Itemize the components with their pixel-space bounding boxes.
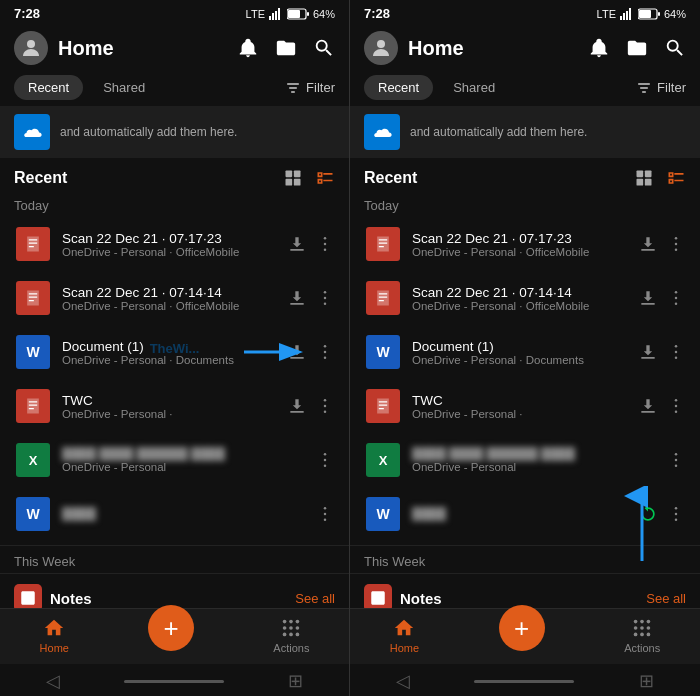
file-actions-1-right	[638, 234, 686, 254]
actions-nav-icon-right	[631, 617, 653, 639]
download-icon-1-left[interactable]	[287, 234, 307, 254]
avatar-right[interactable]	[364, 31, 398, 65]
tab-shared-right[interactable]: Shared	[439, 75, 509, 100]
more-icon-5-right[interactable]	[666, 450, 686, 470]
nav-actions-left[interactable]: Actions	[273, 617, 309, 654]
svg-point-70	[640, 620, 644, 624]
svg-point-26	[324, 465, 327, 468]
download-icon-1-right[interactable]	[638, 234, 658, 254]
file-item-1-right[interactable]: Scan 22 Dec 21 · 07·17·23 OneDrive - Per…	[350, 217, 700, 271]
svg-point-18	[324, 345, 327, 348]
file-item-3-left[interactable]: W Document (1) OneDrive - Personal · Doc…	[0, 325, 349, 379]
fab-right[interactable]: +	[499, 605, 545, 651]
search-icon-left[interactable]	[313, 37, 335, 59]
file-item-4-left[interactable]: TWC OneDrive - Personal ·	[0, 379, 349, 433]
file-item-6-right[interactable]: W ████	[350, 487, 700, 541]
folder-icon-right[interactable]	[626, 37, 648, 59]
status-bar-right: 7:28 LTE 64%	[350, 0, 700, 25]
file-item-2-left[interactable]: Scan 22 Dec 21 · 07·14·14 OneDrive - Per…	[0, 271, 349, 325]
file-actions-4-left	[287, 396, 335, 416]
more-icon-1-left[interactable]	[315, 234, 335, 254]
svg-point-32	[296, 620, 300, 624]
battery-label-right: 64%	[664, 8, 686, 20]
download-icon-4-left[interactable]	[287, 396, 307, 416]
svg-point-72	[634, 626, 638, 630]
file-meta-1-right: OneDrive - Personal · OfficeMobile	[412, 246, 628, 258]
more-icon-2-left[interactable]	[315, 288, 335, 308]
section-view-icons-left	[283, 168, 335, 188]
svg-point-35	[296, 626, 300, 630]
svg-rect-8	[286, 171, 293, 178]
filter-label-right: Filter	[657, 80, 686, 95]
nav-actions-right[interactable]: Actions	[624, 617, 660, 654]
svg-point-37	[290, 633, 294, 637]
svg-point-51	[675, 237, 678, 240]
more-icon-4-left[interactable]	[315, 396, 335, 416]
fab-left[interactable]: +	[148, 605, 194, 651]
file-item-5-right[interactable]: X ████ ████ ██████ ████ OneDrive - Perso…	[350, 433, 700, 487]
grid-view-icon-left[interactable]	[283, 168, 303, 188]
file-item-4-right[interactable]: TWC OneDrive - Personal ·	[350, 379, 700, 433]
more-icon-1-right[interactable]	[666, 234, 686, 254]
download-icon-2-left[interactable]	[287, 288, 307, 308]
scroll-area-right[interactable]: and automatically add them here. Recent …	[350, 106, 700, 608]
nav-home-left[interactable]: Home	[40, 617, 69, 654]
notification-icon-left[interactable]	[237, 37, 259, 59]
file-actions-6-left	[315, 504, 335, 524]
scan-icon-2-left	[14, 279, 52, 317]
more-icon-3-right[interactable]	[666, 342, 686, 362]
notification-icon-right[interactable]	[588, 37, 610, 59]
folder-icon-left[interactable]	[275, 37, 297, 59]
see-all-left[interactable]: See all	[295, 591, 335, 606]
green-sync-icon-right[interactable]	[638, 504, 658, 524]
more-icon-6-left[interactable]	[315, 504, 335, 524]
file-item-3-right[interactable]: W Document (1) OneDrive - Personal · Doc…	[350, 325, 700, 379]
scroll-area-left[interactable]: and automatically add them here. Recent …	[0, 106, 349, 608]
file-item-5-left[interactable]: X ████ ████ ██████ ████ OneDrive - Perso…	[0, 433, 349, 487]
list-view-icon-right[interactable]	[666, 168, 686, 188]
recents-gesture-left: ⊞	[288, 670, 303, 692]
nav-home-right[interactable]: Home	[390, 617, 419, 654]
svg-rect-40	[623, 13, 625, 20]
more-icon-5-left[interactable]	[315, 450, 335, 470]
tab-shared-left[interactable]: Shared	[89, 75, 159, 100]
filter-btn-right[interactable]: Filter	[636, 80, 686, 96]
file-item-1-left[interactable]: Scan 22 Dec 21 · 07·17·23 OneDrive - Per…	[0, 217, 349, 271]
tab-recent-right[interactable]: Recent	[364, 75, 433, 100]
file-item-2-right[interactable]: Scan 22 Dec 21 · 07·14·14 OneDrive - Per…	[350, 271, 700, 325]
svg-point-60	[675, 399, 678, 402]
search-icon-right[interactable]	[664, 37, 686, 59]
onedrive-icon-right	[371, 121, 393, 143]
file-actions-5-left	[315, 450, 335, 470]
file-meta-1-left: OneDrive - Personal · OfficeMobile	[62, 246, 277, 258]
more-icon-4-right[interactable]	[666, 396, 686, 416]
download-icon-3-right[interactable]	[638, 342, 658, 362]
filter-btn-left[interactable]: Filter	[285, 80, 335, 96]
notes-section-left: Notes See all	[0, 573, 349, 608]
tab-recent-left[interactable]: Recent	[14, 75, 83, 100]
user-avatar-icon	[19, 36, 43, 60]
file-name-1-right: Scan 22 Dec 21 · 07·17·23	[412, 231, 628, 246]
download-icon-4-right[interactable]	[638, 396, 658, 416]
avatar-left[interactable]	[14, 31, 48, 65]
file-name-4-right: TWC	[412, 393, 628, 408]
section-header-left: Recent	[0, 158, 349, 194]
file-item-6-left[interactable]: W ████	[0, 487, 349, 541]
more-icon-6-right[interactable]	[666, 504, 686, 524]
see-all-right[interactable]: See all	[646, 591, 686, 606]
more-icon-2-right[interactable]	[666, 288, 686, 308]
more-icon-3-left[interactable]	[315, 342, 335, 362]
grid-view-icon-right[interactable]	[634, 168, 654, 188]
list-view-icon-left[interactable]	[315, 168, 335, 188]
blue-arrow-left	[239, 332, 309, 372]
home-nav-label-left: Home	[40, 642, 69, 654]
banner-icon-right	[364, 114, 400, 150]
svg-point-19	[324, 351, 327, 354]
svg-point-15	[324, 291, 327, 294]
svg-point-38	[296, 633, 300, 637]
bottom-nav-left: Home + Actions	[0, 608, 349, 664]
notes-app-icon-left	[14, 584, 42, 608]
download-icon-2-right[interactable]	[638, 288, 658, 308]
svg-point-36	[283, 633, 287, 637]
left-panel: 7:28 LTE 64% Home Recent Shared Filter	[0, 0, 350, 696]
